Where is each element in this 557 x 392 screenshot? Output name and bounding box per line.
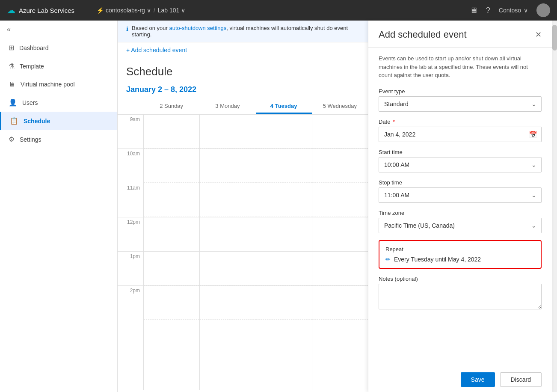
cell-mon-10 bbox=[200, 148, 255, 183]
notes-group: Notes (optional) bbox=[379, 276, 542, 311]
day-header-tuesday[interactable]: 4 Tuesday bbox=[256, 99, 312, 114]
day-col-tuesday bbox=[256, 114, 312, 390]
add-event-button[interactable]: + Add scheduled event bbox=[118, 42, 368, 58]
cell-tue-12 bbox=[256, 217, 312, 251]
dashboard-icon: ⊞ bbox=[9, 44, 14, 52]
repeat-section: Repeat ✏ Every Tuesday until May 4, 2022 bbox=[379, 240, 542, 269]
edit-repeat-icon[interactable]: ✏ bbox=[385, 256, 391, 263]
cell-tue-9 bbox=[256, 114, 312, 148]
cell-wed-12 bbox=[312, 217, 368, 251]
user-menu[interactable]: Contoso ∨ bbox=[499, 7, 528, 14]
lab-chevron: ∨ bbox=[181, 7, 185, 14]
time-1pm: 1pm bbox=[118, 251, 143, 285]
sidebar-item-schedule[interactable]: 📋 Schedule bbox=[0, 112, 117, 130]
stop-time-select[interactable]: 10:00 AM 10:30 AM 11:00 AM 11:30 AM bbox=[379, 187, 542, 203]
cell-wed-1 bbox=[312, 251, 368, 285]
calendar-icon: 📅 bbox=[529, 130, 537, 138]
event-type-select[interactable]: Standard Custom bbox=[379, 96, 542, 112]
sidebar-item-vm-pool[interactable]: 🖥 Virtual machine pool bbox=[0, 75, 117, 93]
info-text: Based on your auto-shutdown settings, vi… bbox=[132, 25, 359, 38]
cell-mon-9 bbox=[200, 114, 255, 148]
cell-mon-1 bbox=[200, 251, 255, 285]
start-time-select[interactable]: 9:00 AM 9:30 AM 10:00 AM 10:30 AM 11:00 … bbox=[379, 157, 542, 172]
timezone-select[interactable]: Pacific Time (US, Canada) Eastern Time (… bbox=[379, 218, 542, 233]
cell-wed-9 bbox=[312, 114, 368, 148]
sidebar-item-template[interactable]: ⚗ Template bbox=[0, 57, 117, 75]
main-content: ℹ Based on your auto-shutdown settings, … bbox=[118, 21, 368, 392]
scrollbar-thumb bbox=[552, 25, 557, 50]
date-input[interactable] bbox=[379, 127, 542, 142]
event-type-select-wrapper: Standard Custom bbox=[379, 96, 542, 112]
timezone-group: Time zone Pacific Time (US, Canada) East… bbox=[379, 210, 542, 233]
cloud-icon: ☁ bbox=[7, 5, 15, 15]
auto-shutdown-link[interactable]: auto-shutdown settings bbox=[169, 25, 226, 31]
cell-sun-11 bbox=[144, 183, 199, 217]
sidebar-item-settings[interactable]: ⚙ Settings bbox=[0, 130, 117, 148]
timezone-label: Time zone bbox=[379, 210, 542, 216]
panel-scrollbar[interactable] bbox=[552, 21, 557, 392]
avatar[interactable] bbox=[536, 3, 550, 17]
schedule-title: Schedule bbox=[126, 65, 359, 78]
calendar-days-header: 2 Sunday 3 Monday 4 Tuesday 5 Wednesday bbox=[118, 99, 368, 114]
day-header-sunday[interactable]: 2 Sunday bbox=[143, 99, 199, 114]
day-col-monday bbox=[199, 114, 255, 390]
schedule-icon: 📋 bbox=[10, 117, 18, 125]
main-layout: « ⊞ Dashboard ⚗ Template 🖥 Virtual machi… bbox=[0, 21, 557, 392]
sidebar-item-dashboard[interactable]: ⊞ Dashboard bbox=[0, 39, 117, 57]
panel-close-button[interactable]: ✕ bbox=[535, 30, 542, 39]
timezone-select-wrapper: Pacific Time (US, Canada) Eastern Time (… bbox=[379, 218, 542, 233]
repeat-text: Every Tuesday until May 4, 2022 bbox=[394, 256, 481, 263]
cell-mon-11 bbox=[200, 183, 255, 217]
time-column: 9am 10am 11am 12pm 1pm 2pm bbox=[118, 114, 143, 390]
sidebar-item-label-template: Template bbox=[20, 63, 44, 70]
breadcrumb-lab[interactable]: Lab 101 ∨ bbox=[158, 7, 186, 14]
cell-wed-2 bbox=[312, 285, 368, 320]
date-label: Date * bbox=[379, 119, 542, 125]
cell-sun-2 bbox=[144, 285, 199, 320]
cell-sun-12 bbox=[144, 217, 199, 251]
monitor-icon[interactable]: 🖥 bbox=[470, 6, 477, 15]
panel-header: Add scheduled event ✕ bbox=[368, 21, 552, 48]
breadcrumb: ⚡ contosolabs-rg ∨ / Lab 101 ∨ bbox=[97, 7, 185, 14]
right-panel: Add scheduled event ✕ Events can be used… bbox=[368, 21, 552, 392]
discard-button[interactable]: Discard bbox=[500, 372, 542, 387]
sidebar-collapse-button[interactable]: « bbox=[0, 21, 117, 39]
repeat-label: Repeat bbox=[385, 246, 535, 252]
time-11am: 11am bbox=[118, 183, 143, 217]
time-9am: 9am bbox=[118, 114, 143, 148]
cell-sun-1 bbox=[144, 251, 199, 285]
vm-pool-icon: 🖥 bbox=[9, 80, 15, 88]
time-2pm: 2pm bbox=[118, 285, 143, 320]
date-group: Date * 📅 bbox=[379, 119, 542, 142]
notes-textarea[interactable] bbox=[379, 284, 542, 309]
panel-footer: Save Discard bbox=[368, 367, 552, 392]
cell-tue-1 bbox=[256, 251, 312, 285]
panel-description: Events can be used to start up and/or sh… bbox=[379, 54, 542, 80]
sidebar-item-users[interactable]: 👤 Users bbox=[0, 93, 117, 112]
time-12pm: 12pm bbox=[118, 217, 143, 251]
cell-tue-11 bbox=[256, 183, 312, 217]
cell-mon-12 bbox=[200, 217, 255, 251]
repeat-value[interactable]: ✏ Every Tuesday until May 4, 2022 bbox=[385, 256, 535, 263]
calendar-container: 2 Sunday 3 Monday 4 Tuesday 5 Wednesday … bbox=[118, 99, 368, 392]
sidebar-item-label-settings: Settings bbox=[20, 136, 41, 143]
date-required-indicator: * bbox=[393, 119, 395, 125]
sidebar-item-label-dashboard: Dashboard bbox=[19, 45, 49, 51]
day-header-wednesday[interactable]: 5 Wednesday bbox=[312, 99, 368, 114]
breadcrumb-rg[interactable]: ⚡ contosolabs-rg ∨ bbox=[97, 7, 151, 14]
cell-mon-2 bbox=[200, 285, 255, 320]
help-icon[interactable]: ? bbox=[486, 6, 490, 15]
cell-sun-10 bbox=[144, 148, 199, 183]
event-type-label: Event type bbox=[379, 88, 542, 95]
sidebar: « ⊞ Dashboard ⚗ Template 🖥 Virtual machi… bbox=[0, 21, 118, 392]
info-bar: ℹ Based on your auto-shutdown settings, … bbox=[118, 21, 368, 42]
schedule-header: Schedule bbox=[118, 58, 368, 82]
day-col-sunday bbox=[143, 114, 199, 390]
cell-wed-11 bbox=[312, 183, 368, 217]
topnav-right: 🖥 ? Contoso ∨ bbox=[470, 3, 550, 17]
user-chevron: ∨ bbox=[524, 7, 528, 14]
start-time-select-wrapper: 9:00 AM 9:30 AM 10:00 AM 10:30 AM 11:00 … bbox=[379, 157, 542, 172]
day-header-monday[interactable]: 3 Monday bbox=[199, 99, 255, 114]
save-button[interactable]: Save bbox=[461, 372, 495, 387]
day-col-wednesday bbox=[312, 114, 368, 390]
